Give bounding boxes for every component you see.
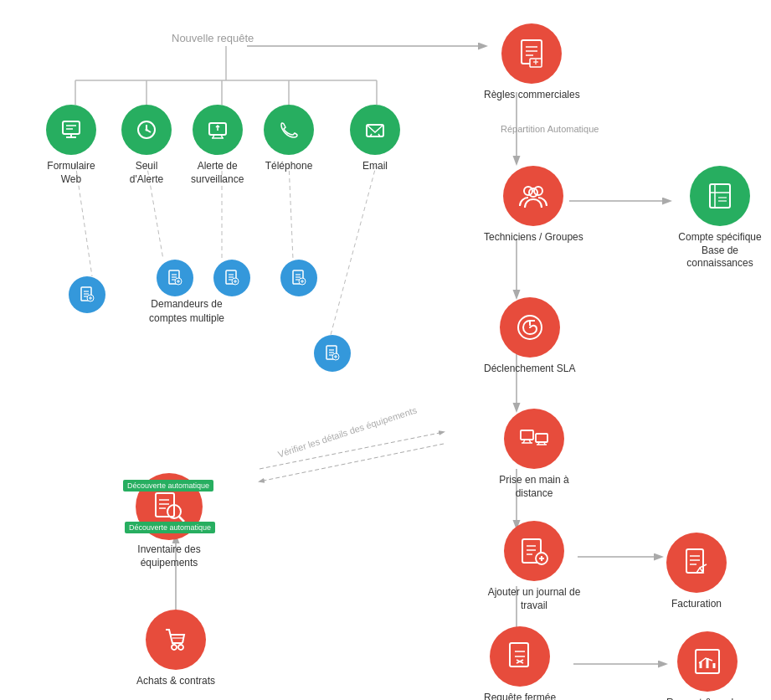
doc-1-icon — [69, 276, 105, 313]
formulaire-web-label: Formulaire Web — [47, 160, 95, 186]
alerte-surveillance-icon — [193, 105, 243, 155]
requete-fermee-icon — [490, 626, 550, 687]
node-formulaire-web: Formulaire Web — [46, 105, 96, 186]
rapport-label: Rapport & analyse — [666, 697, 749, 700]
sla-icon — [500, 297, 560, 358]
prise-en-main-label: Prise en main à distance — [484, 474, 584, 500]
svg-line-11 — [289, 163, 293, 260]
svg-rect-97 — [536, 434, 547, 442]
email-label: Email — [362, 160, 388, 173]
formulaire-web-icon — [46, 105, 96, 155]
doc-1 — [69, 276, 105, 313]
alerte-surveillance-label: Alerte de surveillance — [191, 160, 244, 186]
seuil-alerte-label: Seuil d'Alerte — [130, 160, 163, 186]
svg-point-33 — [146, 129, 148, 131]
seuil-alerte-icon — [121, 105, 172, 155]
decouverte-badge-1: Découverte automatique — [123, 480, 213, 492]
diagram: Nouvelle requête Formulaire Web Seuil d' — [0, 0, 771, 700]
svg-rect-120 — [510, 643, 528, 667]
achats-icon — [146, 610, 206, 670]
decouverte-badge-2: Découverte automatique — [125, 522, 215, 533]
compte-specifique-label: Compte spécifique Base de connaissances — [670, 231, 770, 270]
compte-specifique-icon — [690, 166, 750, 226]
node-email: Email — [350, 105, 400, 173]
rapport-icon — [677, 631, 738, 692]
svg-rect-25 — [63, 121, 80, 134]
prise-en-main-icon — [504, 409, 564, 469]
node-telephone: Téléphone — [264, 105, 314, 173]
regles-commerciales-label: Règles commerciales — [484, 89, 580, 102]
telephone-icon — [264, 105, 314, 155]
node-prise-en-main: Prise en main à distance — [484, 409, 584, 500]
node-techniciens: Techniciens / Groupes — [484, 166, 583, 244]
node-requete-fermee: Requête fermée — [484, 626, 556, 700]
node-regles-commerciales: Règles commerciales — [484, 23, 580, 102]
telephone-label: Téléphone — [265, 160, 313, 173]
svg-point-129 — [172, 645, 177, 650]
node-compte-specifique: Compte spécifique Base de connaissances — [670, 166, 770, 270]
regles-commerciales-icon — [501, 23, 562, 84]
svg-rect-87 — [710, 184, 730, 208]
nouvelle-requete-label: Nouvelle requête — [172, 32, 254, 44]
svg-point-84 — [524, 187, 532, 195]
doc-3 — [213, 260, 250, 296]
node-declenchement-sla: Déclenchement SLA — [484, 297, 575, 376]
journal-label: Ajouter un journal de travail — [484, 586, 584, 612]
node-facturation: Facturation — [666, 533, 727, 611]
demandeurs-text: Demandeurs de comptes multiple — [132, 297, 241, 326]
repartition-auto-label: Répartition Automatique — [501, 124, 599, 134]
doc-4-icon — [280, 260, 317, 296]
node-alerte-surveillance: Alerte de surveillance — [191, 105, 244, 186]
svg-point-130 — [178, 645, 183, 650]
node-seuil-alerte: Seuil d'Alerte — [121, 105, 172, 186]
doc-4 — [280, 260, 317, 296]
svg-point-85 — [534, 187, 542, 195]
facturation-icon — [666, 533, 727, 593]
achats-label: Achats & contrats — [136, 675, 215, 688]
demandeurs-label: Demandeurs de comptes multiple — [132, 297, 241, 326]
email-icon — [350, 105, 400, 155]
node-ajouter-journal: Ajouter un journal de travail — [484, 521, 584, 612]
node-rapport-analyse: Rapport & analyse — [666, 631, 749, 700]
doc-5-icon — [314, 335, 351, 372]
svg-line-12 — [331, 163, 377, 335]
svg-point-86 — [529, 188, 537, 197]
verifier-details-label: Vérifier les détails des équipements — [276, 404, 418, 459]
journal-icon — [504, 521, 564, 581]
doc-5 — [314, 335, 351, 372]
facturation-label: Facturation — [671, 598, 722, 611]
inventaire-label: Inventaire des équipements — [137, 543, 200, 569]
node-achats-contrats: Achats & contrats — [136, 610, 215, 688]
sla-label: Déclenchement SLA — [484, 363, 575, 376]
requete-fermee-label: Requête fermée — [484, 692, 556, 700]
doc-3-icon — [213, 260, 250, 296]
doc-2 — [157, 260, 193, 296]
doc-2-icon — [157, 260, 193, 296]
svg-rect-93 — [521, 430, 533, 440]
node-inventaire: Découverte automatique Découverte automa… — [136, 473, 203, 569]
techniciens-icon — [503, 166, 563, 226]
techniciens-label: Techniciens / Groupes — [484, 231, 583, 244]
